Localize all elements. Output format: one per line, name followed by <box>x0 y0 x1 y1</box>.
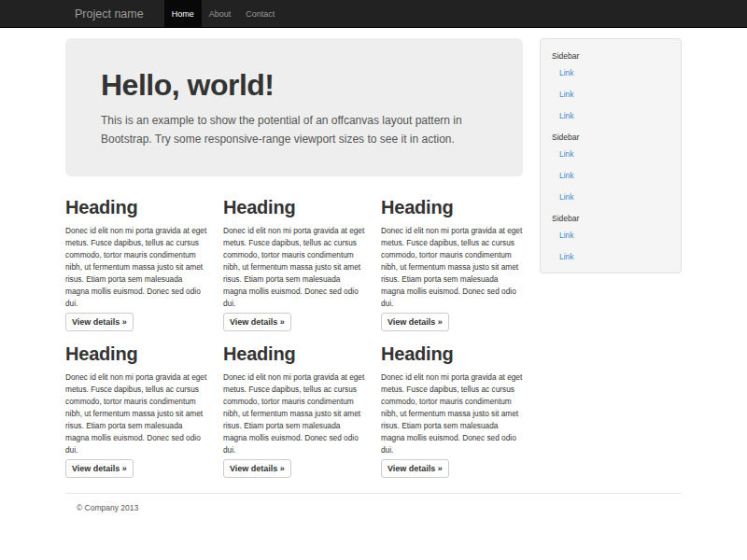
sidebar-link[interactable]: Link <box>541 105 681 126</box>
footer-divider <box>65 493 682 494</box>
card: Heading Donec id elit non mi porta gravi… <box>381 176 523 331</box>
cards-row-1: Heading Donec id elit non mi porta gravi… <box>65 176 523 331</box>
page-title: Hello, world! <box>101 68 487 102</box>
nav-link-about[interactable]: About <box>202 0 239 28</box>
view-details-button[interactable]: View details » <box>223 313 291 331</box>
page-content: Hello, world! This is an example to show… <box>65 28 682 512</box>
card-heading: Heading <box>223 343 365 364</box>
card: Heading Donec id elit non mi porta gravi… <box>65 176 207 331</box>
card-heading: Heading <box>223 197 365 217</box>
sidebar-link[interactable]: Link <box>541 143 681 164</box>
main-column: Hello, world! This is an example to show… <box>65 28 523 478</box>
sidebar-group-3: Sidebar Link Link <box>541 207 681 267</box>
cards-row-2: Heading Donec id elit non mi porta gravi… <box>65 331 523 478</box>
card: Heading Donec id elit non mi porta gravi… <box>223 176 365 331</box>
footer: © Company 2013 <box>65 478 682 512</box>
sidebar-group-1: Sidebar Link Link Link <box>541 45 681 126</box>
view-details-button[interactable]: View details » <box>65 459 134 478</box>
sidebar-group-title: Sidebar <box>541 45 681 62</box>
navbar: Project name Home About Contact <box>0 0 747 28</box>
view-details-button[interactable]: View details » <box>223 459 291 478</box>
card-body: Donec id elit non mi porta gravida at eg… <box>223 225 365 310</box>
view-details-button[interactable]: View details » <box>65 313 134 331</box>
offcanvas-sidebar: Sidebar Link Link Link Sidebar Link Link… <box>540 38 682 273</box>
sidebar-link[interactable]: Link <box>541 245 681 267</box>
card-heading: Heading <box>65 197 207 217</box>
card-body: Donec id elit non mi porta gravida at eg… <box>381 371 523 456</box>
card-heading: Heading <box>381 197 523 217</box>
jumbotron-description: This is an example to show the potential… <box>101 111 478 148</box>
sidebar-group-title: Sidebar <box>541 126 681 143</box>
card: Heading Donec id elit non mi porta gravi… <box>381 331 523 478</box>
view-details-button[interactable]: View details » <box>381 459 449 478</box>
sidebar-group-title: Sidebar <box>541 207 681 224</box>
sidebar-link[interactable]: Link <box>541 224 681 245</box>
card-heading: Heading <box>65 343 207 364</box>
sidebar-link[interactable]: Link <box>541 83 681 105</box>
card-heading: Heading <box>381 343 523 364</box>
card: Heading Donec id elit non mi porta gravi… <box>65 331 207 478</box>
nav-link-contact[interactable]: Contact <box>238 0 282 28</box>
card-body: Donec id elit non mi porta gravida at eg… <box>65 371 207 456</box>
copyright-text: © Company 2013 <box>77 503 682 512</box>
jumbotron: Hello, world! This is an example to show… <box>65 38 523 176</box>
view-details-button[interactable]: View details » <box>381 313 449 331</box>
brand-link[interactable]: Project name <box>65 0 153 28</box>
nav-link-home[interactable]: Home <box>164 0 202 28</box>
sidebar-group-2: Sidebar Link Link Link <box>541 126 681 207</box>
navbar-menu: Home About Contact <box>164 0 283 28</box>
sidebar-link[interactable]: Link <box>541 62 681 83</box>
card-body: Donec id elit non mi porta gravida at eg… <box>223 371 365 456</box>
sidebar-link[interactable]: Link <box>541 186 681 207</box>
sidebar-link[interactable]: Link <box>541 164 681 186</box>
card: Heading Donec id elit non mi porta gravi… <box>223 331 365 478</box>
nav-item-about[interactable]: About <box>202 0 239 28</box>
nav-item-home[interactable]: Home <box>164 0 202 28</box>
card-body: Donec id elit non mi porta gravida at eg… <box>65 225 207 310</box>
nav-item-contact[interactable]: Contact <box>238 0 282 28</box>
card-body: Donec id elit non mi porta gravida at eg… <box>381 225 523 310</box>
